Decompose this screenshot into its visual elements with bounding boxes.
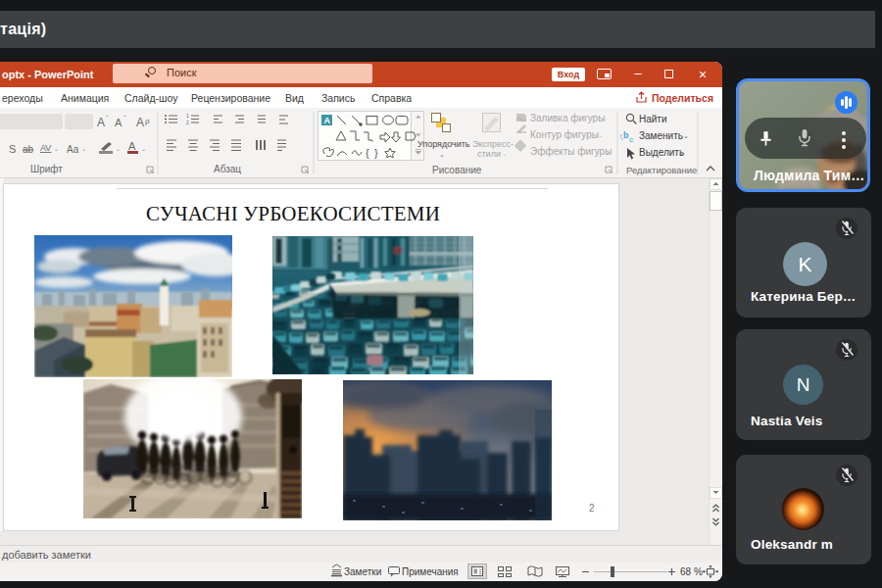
svg-text:А: А xyxy=(136,116,144,129)
svg-text:А: А xyxy=(128,140,136,152)
svg-text:Упорядочить: Упорядочить xyxy=(417,139,470,149)
svg-text:c: c xyxy=(629,135,633,144)
svg-text:⌄: ⌄ xyxy=(606,149,611,155)
svg-text:Заметки: Заметки xyxy=(344,566,381,577)
svg-text:Найти: Найти xyxy=(639,114,667,124)
svg-text:А: А xyxy=(97,116,105,129)
svg-text:⌄: ⌄ xyxy=(683,132,689,139)
svg-text:⌄: ⌄ xyxy=(141,146,146,152)
svg-text:⌄: ⌄ xyxy=(81,146,86,152)
svg-text:Шрифт: Шрифт xyxy=(30,164,63,174)
svg-text:⌄: ⌄ xyxy=(116,146,121,152)
svg-text:ˇ: ˇ xyxy=(123,115,126,122)
svg-text:Экспресс-: Экспресс- xyxy=(472,139,514,149)
svg-text:⌄: ⌄ xyxy=(602,116,607,122)
svg-text:1: 1 xyxy=(186,113,189,119)
svg-text:ab: ab xyxy=(23,144,34,155)
svg-text:⌄: ⌄ xyxy=(439,151,445,158)
svg-text:А: А xyxy=(115,117,122,128)
svg-text:Примечания: Примечания xyxy=(402,566,459,577)
svg-text:2: 2 xyxy=(186,120,189,125)
svg-text:Заливка фигуры: Заливка фигуры xyxy=(530,113,605,123)
svg-text:⌄: ⌄ xyxy=(54,146,59,152)
svg-text:Аа: Аа xyxy=(67,144,79,155)
svg-text:Редактирование: Редактирование xyxy=(626,165,697,175)
svg-text:Рисование: Рисование xyxy=(432,165,482,175)
svg-text:⌄: ⌄ xyxy=(502,151,507,157)
svg-text:стили: стили xyxy=(477,149,501,159)
svg-text:{: { xyxy=(366,147,369,159)
svg-text:AV: AV xyxy=(40,143,51,153)
svg-text:ρ: ρ xyxy=(145,117,150,125)
svg-text:Заменить: Заменить xyxy=(639,130,683,141)
svg-text:Абзац: Абзац xyxy=(214,164,241,174)
svg-text:}: } xyxy=(374,147,378,159)
svg-text:ˆ: ˆ xyxy=(106,115,109,122)
svg-text:⌄: ⌄ xyxy=(678,149,684,156)
svg-text:S: S xyxy=(9,143,16,155)
svg-text:68 %: 68 % xyxy=(680,566,703,577)
svg-text:Контур фигуры: Контур фигуры xyxy=(530,129,599,140)
svg-text:⌄: ⌄ xyxy=(598,132,603,138)
svg-text:A: A xyxy=(324,116,331,125)
svg-text:Эффекты фигуры: Эффекты фигуры xyxy=(530,146,612,157)
